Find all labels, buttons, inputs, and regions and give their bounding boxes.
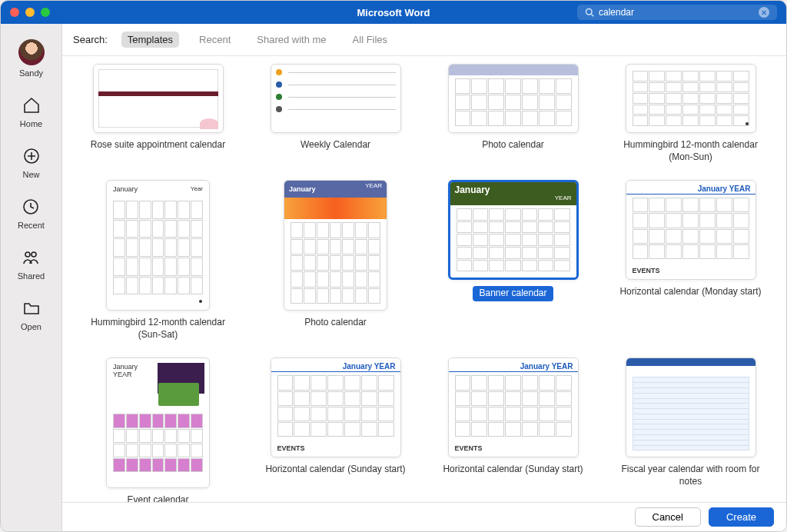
minimize-window-icon[interactable] [25,8,35,17]
template-caption: Photo calendar [482,139,544,151]
template-card[interactable]: JanuaryYEAREvent calendar [76,357,240,507]
template-caption: Banner calendar [473,286,553,301]
template-thumbnail: JanuaryYEAR [284,180,387,311]
cancel-button[interactable]: Cancel [635,507,701,527]
sidebar-user[interactable]: Sandy [18,39,45,78]
dialog-footer: Cancel Create [62,502,786,531]
home-icon [21,95,42,116]
clock-icon [20,196,42,218]
svg-point-0 [586,9,593,15]
sidebar-item-label: Home [20,119,42,128]
template-caption: Rose suite appointment calendar [91,139,225,151]
zoom-window-icon[interactable] [41,8,50,17]
template-card[interactable]: JanuaryYearHummingbird 12-month calendar… [76,180,240,341]
sidebar-item-open[interactable]: Open [21,298,42,331]
template-caption: Horizontal calendar (Monday start) [619,286,761,298]
template-caption: Horizontal calendar (Sunday start) [265,464,405,476]
template-caption: Photo calendar [304,317,367,329]
plus-circle-icon [21,145,42,167]
template-gallery: Rose suite appointment calendarWeekly Ca… [62,56,786,531]
search-icon [585,8,594,17]
template-thumbnail [448,64,579,133]
window-title: Microsoft Word [357,7,430,18]
search-field[interactable]: ✕ [577,5,777,20]
svg-point-7 [32,252,36,257]
user-name: Sandy [19,68,43,78]
template-thumbnail [271,64,401,133]
template-caption: Weekly Calendar [301,139,370,151]
sidebar-item-new[interactable]: New [21,145,42,179]
search-scope-label: Search: [73,34,108,45]
svg-line-1 [591,14,593,16]
template-card[interactable]: Weekly Calendar [254,64,417,163]
template-caption: Horizontal calendar (Sunday start) [443,464,583,476]
template-thumbnail: JanuaryYear [106,180,210,311]
template-caption: Hummingbird 12-month calendar (Mon-Sun) [614,139,768,163]
template-caption: Hummingbird 12-month calendar (Sun-Sat) [81,317,235,341]
sidebar-item-label: Recent [18,221,45,230]
template-card[interactable]: January YEAREVENTSHorizontal calendar (M… [609,180,772,341]
template-thumbnail [626,357,756,457]
folder-icon [21,298,42,319]
sidebar-item-recent[interactable]: Recent [18,196,45,230]
template-thumbnail: January YEAREVENTS [626,180,756,280]
template-card[interactable]: JanuaryYEARBanner calendar [431,180,595,341]
create-button[interactable]: Create [709,507,774,527]
svg-point-6 [25,252,30,257]
template-card[interactable]: Photo calendar [431,64,595,163]
sidebar-item-shared[interactable]: Shared [18,247,45,281]
tab-recent[interactable]: Recent [193,32,237,48]
template-card[interactable]: Fiscal year calendar with room for notes [609,357,772,507]
template-thumbnail: JanuaryYEAR [448,180,579,280]
template-card[interactable]: JanuaryYEARPhoto calendar [254,180,417,341]
search-input[interactable] [599,7,759,18]
window-controls [10,8,50,17]
template-caption: Fiscal year calendar with room for notes [614,464,768,487]
clear-search-icon[interactable]: ✕ [759,7,769,18]
template-card[interactable]: Rose suite appointment calendar [76,64,240,163]
sidebar-item-label: Shared [18,271,45,281]
template-thumbnail: JanuaryYEAR [106,357,210,488]
template-thumbnail [93,64,224,133]
sidebar-item-label: Open [21,322,42,331]
tab-templates[interactable]: Templates [121,32,179,48]
template-card[interactable]: January YEAREVENTSHorizontal calendar (S… [254,357,417,507]
template-thumbnail: January YEAREVENTS [271,357,401,457]
titlebar: Microsoft Word ✕ [1,1,786,24]
template-card[interactable]: Hummingbird 12-month calendar (Mon-Sun) [609,64,772,163]
sidebar-item-home[interactable]: Home [20,95,42,128]
tab-shared-with-me[interactable]: Shared with me [251,32,332,48]
sidebar-item-label: New [22,170,39,179]
template-card[interactable]: January YEAREVENTSHorizontal calendar (S… [431,357,595,507]
search-scope-tabs: Search: Templates Recent Shared with me … [62,24,786,56]
template-thumbnail: January YEAREVENTS [448,357,579,457]
sidebar: Sandy Home New Recent Shared Open [1,24,62,531]
tab-all-files[interactable]: All Files [347,32,394,48]
people-icon [20,247,42,268]
avatar [18,39,45,65]
template-thumbnail [626,64,756,133]
close-window-icon[interactable] [10,8,19,17]
